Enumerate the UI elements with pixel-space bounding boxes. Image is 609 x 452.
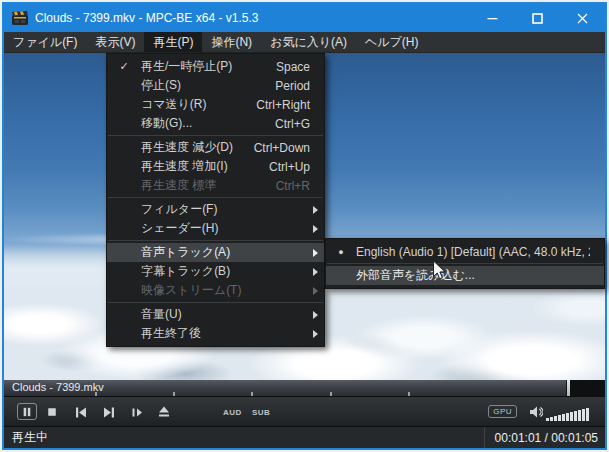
previous-button[interactable]	[74, 406, 87, 418]
menu-shortcut: Period	[259, 79, 310, 93]
menu-item-stop[interactable]: 停止(S) Period	[107, 76, 324, 95]
submenu-arrow-icon	[313, 287, 318, 295]
menu-shortcut: Ctrl+G	[259, 117, 310, 131]
close-button[interactable]	[560, 4, 605, 32]
menu-item-shaders[interactable]: シェーダー(H)	[107, 219, 324, 238]
menu-item-after-playback[interactable]: 再生終了後	[107, 324, 324, 343]
next-button[interactable]	[102, 406, 115, 418]
menu-item-label: 外部音声を読み込む...	[356, 267, 590, 284]
menu-item-label: フィルター(F)	[141, 201, 310, 218]
gpu-indicator: GPU	[488, 405, 517, 418]
submenu-arrow-icon	[313, 249, 318, 257]
playback-state: 再生中	[4, 429, 48, 446]
submenu-item-load-external-audio[interactable]: 外部音声を読み込む...	[326, 266, 604, 285]
mpc-be-window: Clouds - 7399.mkv - MPC-BE x64 - v1.5.3 …	[2, 2, 607, 450]
audio-track-button[interactable]: AUD	[223, 408, 242, 417]
menu-item-label: 字幕トラック(B)	[141, 263, 310, 280]
check-icon: ✓	[107, 60, 141, 73]
eject-button[interactable]	[157, 405, 171, 418]
menu-item-label: 再生終了後	[141, 325, 310, 342]
menu-shortcut: Ctrl+Down	[238, 141, 310, 155]
speaker-icon[interactable]	[528, 405, 543, 418]
window-title: Clouds - 7399.mkv - MPC-BE x64 - v1.5.3	[35, 11, 258, 25]
screenshot-root: Clouds - 7399.mkv - MPC-BE x64 - v1.5.3 …	[0, 0, 609, 452]
menu-shortcut: Ctrl+Right	[240, 98, 310, 112]
stop-button[interactable]	[46, 406, 58, 418]
menubar-item-help[interactable]: ヘルプ(H)	[356, 32, 428, 52]
minimize-button[interactable]	[470, 4, 515, 32]
menu-item-subtitle-track[interactable]: 字幕トラック(B)	[107, 262, 324, 281]
menubar-item-favorites[interactable]: お気に入り(A)	[261, 32, 356, 52]
menu-item-volume[interactable]: 音量(U)	[107, 305, 324, 324]
menu-separator	[108, 197, 323, 198]
frame-step-button[interactable]	[130, 406, 143, 418]
menu-item-label: 移動(G)...	[141, 115, 259, 132]
submenu-arrow-icon	[313, 311, 318, 319]
menu-item-label: シェーダー(H)	[141, 220, 310, 237]
menu-item-label: English (Audio 1) [Default] (AAC, 48.0 k…	[356, 245, 590, 259]
menu-item-goto[interactable]: 移動(G)... Ctrl+G	[107, 114, 324, 133]
playback-menu: ✓ 再生/一時停止(P) Space 停止(S) Period コマ送り(R) …	[106, 53, 325, 347]
control-bar: AUD SUB GPU	[4, 396, 605, 426]
menu-separator	[108, 240, 323, 241]
menu-separator	[327, 263, 603, 264]
menubar-item-navigate[interactable]: 操作(N)	[202, 32, 261, 52]
seek-bar[interactable]: Clouds - 7399.mkv	[4, 380, 605, 396]
seekbar-filename: Clouds - 7399.mkv	[12, 381, 104, 393]
menu-item-label: 再生速度 減少(D)	[141, 139, 238, 156]
menu-item-label: 映像ストリーム(T)	[141, 282, 310, 299]
menu-item-label: 停止(S)	[141, 77, 259, 94]
audio-track-submenu: ● English (Audio 1) [Default] (AAC, 48.0…	[325, 238, 605, 289]
menu-item-label: 音量(U)	[141, 306, 310, 323]
menu-item-speed-down[interactable]: 再生速度 減少(D) Ctrl+Down	[107, 138, 324, 157]
maximize-button[interactable]	[515, 4, 560, 32]
submenu-arrow-icon	[313, 268, 318, 276]
submenu-arrow-icon	[313, 225, 318, 233]
seek-thumb[interactable]	[566, 380, 570, 396]
status-bar: 再生中 00:01:01 / 00:01:05	[4, 426, 605, 448]
mouse-cursor	[432, 260, 447, 281]
submenu-item-english-audio[interactable]: ● English (Audio 1) [Default] (AAC, 48.0…	[326, 242, 604, 261]
title-bar[interactable]: Clouds - 7399.mkv - MPC-BE x64 - v1.5.3	[4, 4, 605, 32]
time-display: 00:01:01 / 00:01:05	[484, 427, 605, 448]
submenu-arrow-icon	[313, 330, 318, 338]
submenu-arrow-icon	[313, 206, 318, 214]
menu-item-label: 再生/一時停止(P)	[141, 58, 260, 75]
menu-item-speed-up[interactable]: 再生速度 増加(I) Ctrl+Up	[107, 157, 324, 176]
menu-separator	[108, 302, 323, 303]
subtitle-track-button[interactable]: SUB	[252, 408, 270, 417]
menu-shortcut: Ctrl+Up	[253, 160, 310, 174]
menu-item-label: 再生速度 標準	[141, 177, 260, 194]
volume-slider[interactable]	[546, 403, 600, 421]
menu-item-frame-advance[interactable]: コマ送り(R) Ctrl+Right	[107, 95, 324, 114]
menu-item-label: コマ送り(R)	[141, 96, 240, 113]
menu-item-speed-normal: 再生速度 標準 Ctrl+R	[107, 176, 324, 195]
app-icon	[12, 10, 28, 26]
menu-item-filters[interactable]: フィルター(F)	[107, 200, 324, 219]
menu-separator	[108, 135, 323, 136]
menu-item-video-stream: 映像ストリーム(T)	[107, 281, 324, 300]
menu-shortcut: Ctrl+R	[260, 179, 310, 193]
pause-button[interactable]	[17, 403, 37, 420]
menu-bar: ファイル(F) 表示(V) 再生(P) 操作(N) お気に入り(A) ヘルプ(H…	[4, 32, 605, 53]
menu-item-audio-track[interactable]: 音声トラック(A)	[107, 243, 324, 262]
radio-dot-icon: ●	[326, 247, 356, 257]
menu-item-label: 再生速度 増加(I)	[141, 158, 253, 175]
menu-item-play-pause[interactable]: ✓ 再生/一時停止(P) Space	[107, 57, 324, 76]
menu-item-label: 音声トラック(A)	[141, 244, 310, 261]
menubar-item-view[interactable]: 表示(V)	[86, 32, 144, 52]
menubar-item-file[interactable]: ファイル(F)	[4, 32, 86, 52]
menubar-item-play[interactable]: 再生(P)	[144, 32, 202, 52]
menu-shortcut: Space	[260, 60, 310, 74]
window-controls	[470, 4, 605, 32]
